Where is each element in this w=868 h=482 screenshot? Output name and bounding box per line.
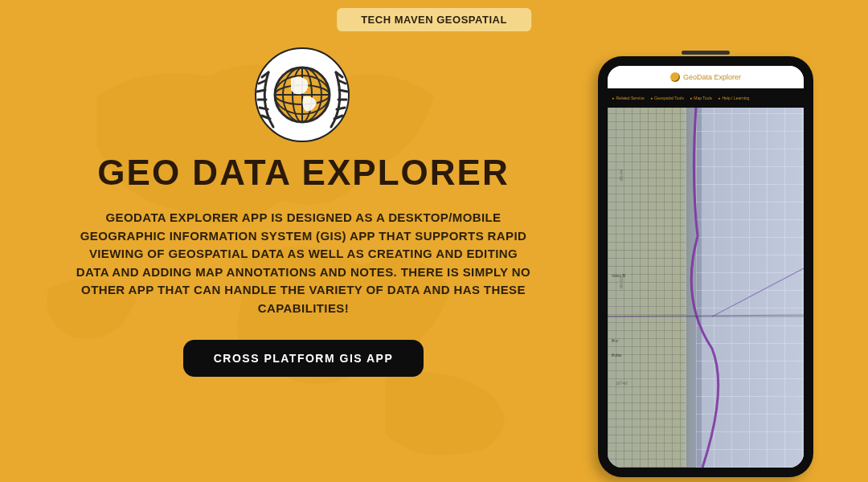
- menu-item-2[interactable]: ▸ Geospatial Tools: [651, 96, 684, 100]
- app-name-text: GeoData Explorer: [683, 73, 741, 81]
- cta-label: CROSS PLATFORM GIS APP: [214, 352, 394, 365]
- phone-map-view[interactable]: viera B Por Palm 26°46' 80-04 80-03: [608, 108, 804, 468]
- phone-speaker: [682, 51, 730, 55]
- phone-menubar: ▸ Related Service ▸ Geospatial Tools ▸ M…: [608, 88, 804, 108]
- globe-emblem-icon: [254, 47, 350, 143]
- main-content: GEO DATA EXPLORER GEODATA EXPLORER APP I…: [56, 153, 551, 377]
- map-label-ytop: 80-04: [619, 170, 624, 181]
- phone-mockup: GeoData Explorer ▸ Related Service ▸ Geo…: [598, 56, 813, 477]
- map-label-ymid: 80-03: [619, 277, 624, 288]
- menu-item-4[interactable]: ▸ Help / Learning: [719, 96, 749, 100]
- menu-item-1[interactable]: ▸ Related Service: [612, 96, 645, 100]
- description-text: GEODATA EXPLORER APP IS DESIGNED AS A DE…: [56, 209, 551, 317]
- map-route-overlay: [608, 108, 804, 468]
- map-label-port: Por: [612, 338, 618, 343]
- brand-badge: TECH MAVEN GEOSPATIAL: [337, 8, 531, 31]
- cta-button[interactable]: CROSS PLATFORM GIS APP: [183, 340, 424, 377]
- map-label-palm: Palm: [612, 353, 621, 357]
- phone-app-header: GeoData Explorer: [608, 66, 804, 88]
- menu-item-3[interactable]: ▸ Map Tools: [690, 96, 712, 100]
- page-title: GEO DATA EXPLORER: [56, 153, 551, 193]
- brand-badge-text: TECH MAVEN GEOSPATIAL: [361, 14, 507, 26]
- map-label-lat: 26°46': [616, 381, 628, 386]
- app-logo-icon: [670, 72, 680, 82]
- phone-screen: GeoData Explorer ▸ Related Service ▸ Geo…: [608, 66, 804, 468]
